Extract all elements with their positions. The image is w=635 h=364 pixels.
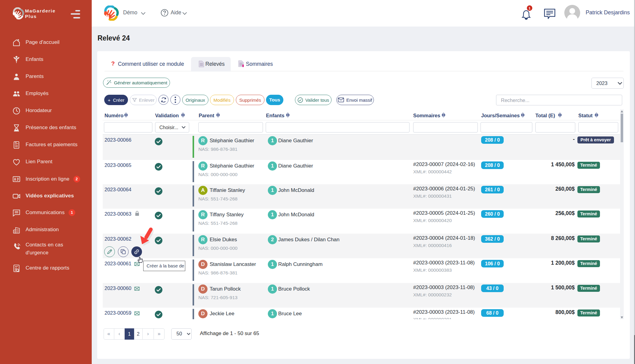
svg-text:$: $	[15, 141, 17, 145]
svg-text:1: 1	[529, 6, 531, 10]
